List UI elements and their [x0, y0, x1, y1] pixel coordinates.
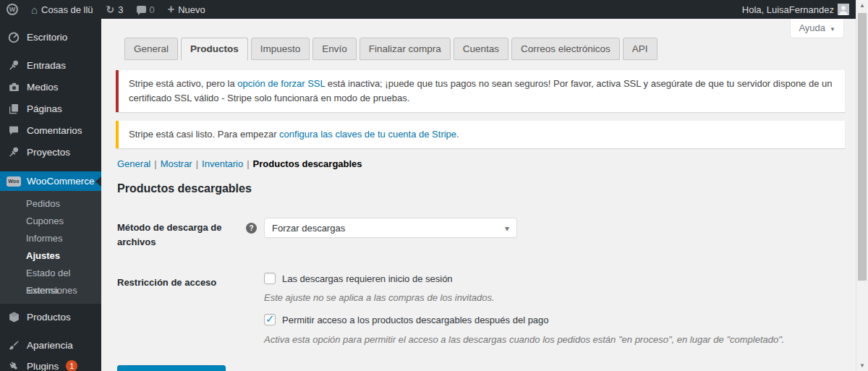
subnav-separator: |	[154, 158, 156, 169]
scrollbar-thumb[interactable]	[858, 13, 867, 281]
tab-finalizar-compra[interactable]: Finalizar compra	[359, 38, 451, 60]
comments-link[interactable]: 0	[130, 0, 161, 19]
login-required-checkbox[interactable]	[264, 273, 276, 284]
sidebar-item-productos[interactable]: Productos	[0, 307, 101, 327]
plugins-update-badge: 1	[66, 360, 77, 371]
products-box-icon	[7, 311, 21, 323]
products-subnav: General|Mostrar|Inventario|Productos des…	[117, 158, 856, 169]
media-icon	[7, 81, 21, 93]
account-menu[interactable]: Hola, LuisaFernandez	[736, 0, 856, 19]
sidebar-item-paginas[interactable]: Páginas	[0, 98, 101, 119]
subnav-link-mostrar[interactable]: Mostrar	[161, 158, 192, 169]
submenu-item-estado-del-sistema[interactable]: Estado del sistema	[0, 265, 101, 282]
submenu-item-ajustes[interactable]: Ajustes	[0, 247, 101, 265]
chevron-down-icon	[830, 22, 835, 33]
sidebar-item-label: Páginas	[27, 103, 62, 114]
access-restriction-row: Restricción de acceso Las descargas requ…	[101, 273, 856, 345]
new-content-menu[interactable]: Nuevo	[161, 0, 212, 19]
help-button[interactable]: Ayuda	[790, 19, 844, 38]
submenu-item-cupones[interactable]: Cupones	[0, 213, 101, 230]
pin-icon	[7, 146, 21, 158]
sidebar-item-label: WooCommerce	[27, 176, 95, 187]
site-name: Cosas de llü	[41, 4, 93, 15]
login-required-description: Este ajuste no se aplica a las compras d…	[264, 292, 856, 303]
scroll-down-icon[interactable]	[856, 362, 868, 369]
subnav-link-inventario[interactable]: Inventario	[202, 158, 243, 169]
comments-icon	[137, 6, 146, 13]
submenu-item-pedidos[interactable]: Pedidos	[0, 195, 101, 213]
pin-icon	[7, 59, 21, 72]
wordpress-logo-menu[interactable]: W	[0, 0, 25, 19]
plus-icon	[168, 4, 174, 15]
downloadable-products-form: Método de descarga de archivos ? Forzar …	[101, 218, 856, 371]
download-method-row: Método de descarga de archivos ? Forzar …	[101, 218, 856, 249]
ssl-warning-notice: Stripe está activo, pero la opción de fo…	[116, 70, 845, 112]
settings-tabs: General Productos Impuesto Envío Finaliz…	[124, 38, 856, 60]
sidebar-item-label: Plugins	[27, 361, 59, 371]
comment-icon	[7, 124, 21, 136]
login-required-label[interactable]: Las descargas requieren inicio de sesión	[282, 273, 453, 284]
sidebar-item-label: Entradas	[27, 60, 66, 71]
download-method-select[interactable]: Forzar descargas	[264, 218, 517, 238]
tab-cuentas[interactable]: Cuentas	[454, 38, 509, 60]
page-title: Productos descargables	[117, 182, 856, 195]
sidebar-item-proyectos[interactable]: Proyectos	[0, 141, 101, 163]
wordpress-logo-icon: W	[7, 4, 18, 15]
notice-text: Stripe está activo, pero la	[129, 78, 237, 89]
sidebar-item-label: Medios	[27, 82, 59, 93]
sidebar-item-medios[interactable]: Medios	[0, 76, 101, 98]
browser-scrollbar[interactable]	[856, 0, 868, 371]
scroll-up-icon[interactable]	[856, 2, 868, 9]
avatar	[838, 4, 849, 15]
stripe-keys-link[interactable]: configura las claves de tu cuenta de Str…	[279, 129, 456, 140]
sidebar-item-label: Proyectos	[27, 147, 70, 158]
sidebar-item-woocommerce[interactable]: Woo WooCommerce	[0, 171, 101, 191]
woocommerce-icon: Woo	[7, 176, 21, 187]
updates-link[interactable]: 3	[100, 0, 130, 19]
grant-access-description: Activa esta opción para permitir el acce…	[264, 334, 856, 345]
tab-productos[interactable]: Productos	[181, 38, 248, 61]
sidebar-item-entradas[interactable]: Entradas	[0, 54, 101, 76]
submenu-item-informes[interactable]: Informes	[0, 230, 101, 247]
subnav-separator: |	[247, 158, 249, 169]
account-greeting: Hola, LuisaFernandez	[742, 4, 834, 15]
pages-icon	[7, 103, 21, 114]
comments-count: 0	[150, 4, 155, 15]
tab-correos-electronicos[interactable]: Correos electrónicos	[511, 38, 620, 60]
subnav-link-general[interactable]: General	[117, 158, 150, 169]
dashboard-icon	[7, 30, 21, 43]
brush-icon	[7, 339, 21, 351]
sidebar-item-apariencia[interactable]: Apariencia	[0, 335, 101, 355]
sidebar-item-plugins[interactable]: Plugins 1	[0, 355, 101, 371]
tab-envio[interactable]: Envío	[312, 38, 357, 60]
subnav-current-productos-descargables: Productos descargables	[253, 158, 362, 169]
updates-icon	[106, 4, 115, 14]
submenu-item-extensiones[interactable]: Extensiones	[0, 282, 101, 299]
sidebar-item-label: Comentarios	[27, 125, 82, 136]
sidebar-item-label: Productos	[27, 312, 71, 323]
download-method-label: Método de descarga de archivos	[101, 218, 239, 249]
help-button-label: Ayuda	[799, 22, 825, 33]
tab-api[interactable]: API	[623, 38, 658, 60]
plugin-icon	[7, 360, 21, 371]
sidebar-item-escritorio[interactable]: Escritorio	[0, 25, 101, 49]
admin-sidebar: Escritorio Entradas Medios Páginas Comen…	[0, 19, 101, 371]
new-label: Nuevo	[178, 4, 205, 15]
tab-impuesto[interactable]: Impuesto	[251, 38, 310, 60]
save-changes-button[interactable]: Guardar los cambios	[117, 365, 226, 371]
download-method-value: Forzar descargas	[272, 223, 345, 234]
notice-text: .	[456, 129, 459, 140]
force-ssl-link[interactable]: opción de forzar SSL	[237, 78, 325, 89]
sidebar-item-comentarios[interactable]: Comentarios	[0, 119, 101, 141]
tab-general[interactable]: General	[124, 38, 178, 60]
subnav-separator: |	[196, 158, 198, 169]
grant-access-option: Permitir acceso a los productos descarga…	[264, 314, 856, 325]
select-arrow-icon	[505, 223, 509, 234]
help-tip-icon[interactable]: ?	[246, 223, 257, 234]
grant-access-label[interactable]: Permitir acceso a los productos descarga…	[282, 315, 549, 325]
site-name-link[interactable]: Cosas de llü	[25, 0, 100, 19]
login-required-option: Las descargas requieren inicio de sesión	[264, 273, 856, 284]
grant-access-checkbox[interactable]	[264, 314, 276, 325]
woocommerce-submenu: Pedidos Cupones Informes Ajustes Estado …	[0, 191, 101, 304]
sidebar-item-label: Escritorio	[27, 32, 67, 43]
